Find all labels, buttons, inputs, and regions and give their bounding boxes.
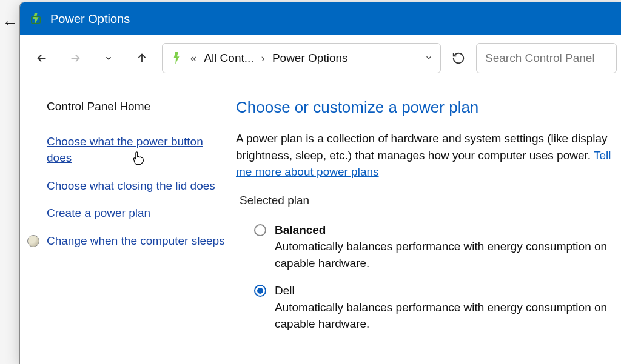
breadcrumb-current[interactable]: Power Options <box>272 51 348 65</box>
plan-name-dell[interactable]: Dell <box>275 282 621 299</box>
plan-balanced: Balanced Automatically balances performa… <box>240 211 621 272</box>
back-button[interactable] <box>29 43 56 73</box>
page-description: A power plan is a collection of hardware… <box>236 130 621 180</box>
cursor-hand-icon <box>132 150 145 171</box>
forward-button <box>62 43 89 73</box>
breadcrumb[interactable]: « All Cont... › Power Options <box>162 43 441 73</box>
plan-desc-balanced: Automatically balances performance with … <box>275 238 621 271</box>
sidebar: Control Panel Home Choose what the power… <box>20 81 236 364</box>
plan-name-balanced[interactable]: Balanced <box>275 222 621 239</box>
up-button[interactable] <box>129 43 156 73</box>
power-icon <box>29 12 43 26</box>
page-heading: Choose or customize a power plan <box>236 98 621 117</box>
breadcrumb-parent[interactable]: All Cont... <box>204 51 253 65</box>
plan-dell: Dell Automatically balances performance … <box>240 271 621 333</box>
selected-plan-group: Selected plan Balanced Automatically bal… <box>240 194 621 333</box>
titlebar[interactable]: Power Options <box>20 2 621 35</box>
sidebar-link-create-plan[interactable]: Create a power plan <box>47 205 225 222</box>
outside-back-arrow: ← <box>2 13 18 32</box>
navbar: « All Cont... › Power Options Search Con… <box>20 35 621 81</box>
moon-icon <box>27 235 39 247</box>
sidebar-link-computer-sleeps[interactable]: Change when the computer sleeps <box>47 233 225 250</box>
chevron-down-icon[interactable] <box>425 51 433 65</box>
legend-divider <box>320 200 621 200</box>
sidebar-link-power-button[interactable]: Choose what the power button does <box>47 133 225 167</box>
recent-dropdown[interactable] <box>95 43 123 73</box>
refresh-button[interactable] <box>447 45 470 71</box>
search-placeholder: Search Control Panel <box>485 51 595 65</box>
breadcrumb-icon <box>170 51 183 65</box>
selected-plan-legend: Selected plan <box>240 194 309 207</box>
radio-dell[interactable] <box>254 285 266 297</box>
chevron-right-icon[interactable]: › <box>261 51 265 65</box>
power-options-window: Power Options « All Cont... › Power Opti… <box>19 2 621 364</box>
control-panel-home-link[interactable]: Control Panel Home <box>47 98 225 115</box>
main-content: Choose or customize a power plan A power… <box>236 81 621 364</box>
plan-desc-dell: Automatically balances performance with … <box>275 299 621 333</box>
radio-balanced[interactable] <box>254 224 266 236</box>
search-input[interactable]: Search Control Panel <box>476 43 617 73</box>
breadcrumb-guillemet: « <box>190 51 197 65</box>
window-title: Power Options <box>50 12 130 26</box>
sidebar-link-closing-lid[interactable]: Choose what closing the lid does <box>47 177 225 194</box>
